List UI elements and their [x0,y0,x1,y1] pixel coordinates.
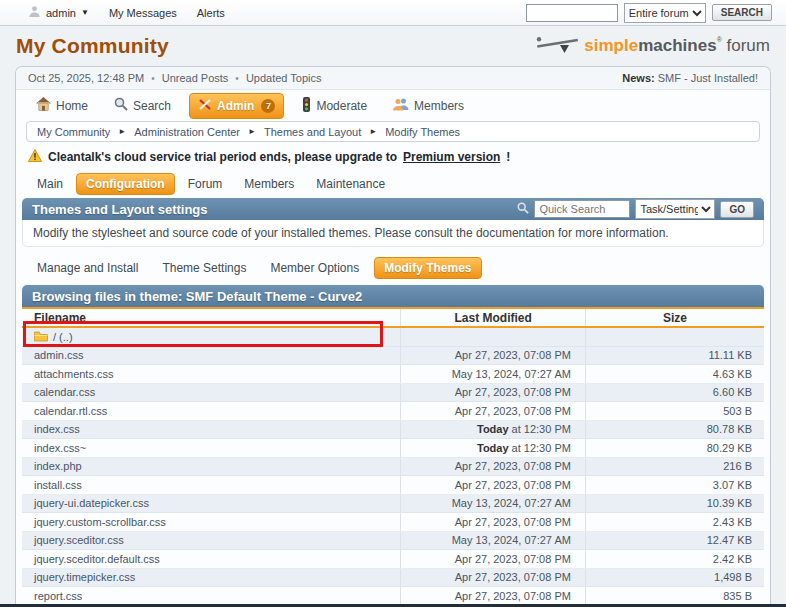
table-row: index.phpApr 27, 2023, 07:08 PM216 B [22,458,764,477]
search-scope-select[interactable]: Entire forum [624,3,706,23]
bullet-separator: • [235,73,239,84]
file-link[interactable]: index.css~ [22,439,400,457]
tab-modify-themes[interactable]: Modify Themes [374,257,481,279]
file-link[interactable]: jquery.sceditor.default.css [22,550,400,568]
logo-forum: forum [727,36,770,55]
user-icon [28,5,41,20]
file-link[interactable]: index.css [22,421,400,439]
last-modified-value: Apr 27, 2023, 07:08 PM [400,587,586,605]
breadcrumb-separator: ► [248,127,256,136]
file-link[interactable]: admin.css [22,347,400,365]
file-link[interactable]: index.php [22,458,400,476]
bullet-separator: • [151,73,155,84]
file-name: jquery.custom-scrollbar.css [34,516,166,528]
file-link[interactable]: attachments.css [22,365,400,383]
quick-search-input[interactable] [534,200,630,218]
warning-text: Cleantalk's cloud service trial period e… [48,150,397,164]
user-menu[interactable]: admin ▼ [28,5,89,20]
file-size-value [586,328,764,346]
breadcrumb-admin-center[interactable]: Administration Center [134,126,240,138]
breadcrumb-my-community[interactable]: My Community [37,126,110,138]
content-wrapper: Oct 25, 2025, 12:48 PM • Unread Posts • … [15,66,771,607]
nav-admin[interactable]: Admin 7 [189,93,284,119]
table-row: jquery.custom-scrollbar.cssApr 27, 2023,… [22,513,764,532]
file-name: attachments.css [34,368,113,380]
user-bar: admin ▼ My Messages Alerts Entire forum … [0,0,786,26]
file-size-value: 1,498 B [586,569,764,587]
alerts-link[interactable]: Alerts [197,7,225,19]
file-link[interactable]: jquery.custom-scrollbar.css [22,513,400,531]
last-modified-value: Apr 27, 2023, 07:08 PM [400,384,586,402]
breadcrumb-separator: ► [369,127,377,136]
file-name: jquery.sceditor.css [34,534,124,546]
file-name: index.css~ [34,442,86,454]
nav-moderate-label: Moderate [316,99,367,113]
nav-admin-label: Admin [217,99,254,113]
nav-moderate[interactable]: Moderate [294,93,375,119]
file-link[interactable]: jquery.timepicker.css [22,569,400,587]
file-link[interactable]: report.css [22,587,400,605]
current-date: Oct 25, 2025, 12:48 PM [28,72,144,84]
tab-main[interactable]: Main [28,174,72,194]
nav-search[interactable]: Search [106,93,179,118]
logo-machines: machines [638,36,716,55]
file-size-value: 2.43 KB [586,513,764,531]
file-name: jquery.timepicker.css [34,571,135,583]
file-name: jquery-ui.datepicker.css [34,497,149,509]
news-label: News: [622,72,654,84]
column-filename: Filename [22,309,400,326]
file-size-value: 503 B [586,402,764,420]
tab-theme-settings[interactable]: Theme Settings [153,258,255,278]
column-size: Size [586,309,764,326]
last-modified-value: May 13, 2024, 07:27 AM [400,532,586,550]
table-row: jquery.sceditor.default.cssApr 27, 2023,… [22,550,764,569]
file-size-value: 3.07 KB [586,476,764,494]
task-setting-select[interactable]: Task/Setting [635,199,715,219]
go-button[interactable]: GO [720,201,754,218]
file-name: admin.css [34,349,84,361]
premium-version-link[interactable]: Premium version [403,150,500,164]
file-link[interactable]: calendar.rtl.css [22,402,400,420]
table-row: install.cssApr 27, 2023, 07:08 PM3.07 KB [22,476,764,495]
file-size-value: 6.60 KB [586,384,764,402]
admin-badge: 7 [261,99,275,113]
my-messages-link[interactable]: My Messages [109,7,177,19]
file-link[interactable]: jquery-ui.datepicker.css [22,495,400,513]
file-name: report.css [34,590,82,602]
column-last-modified: Last Modified [400,309,586,326]
settings-title: Themes and Layout settings [32,202,208,217]
tab-manage-install[interactable]: Manage and Install [28,258,147,278]
file-size-value: 2.42 KB [586,550,764,568]
file-name: / (..) [53,331,73,343]
tab-maintenance[interactable]: Maintenance [307,174,394,194]
table-row: jquery.timepicker.cssApr 27, 2023, 07:08… [22,569,764,588]
updated-topics-link[interactable]: Updated Topics [246,72,322,84]
moderate-icon [302,97,311,115]
search-button[interactable]: SEARCH [712,4,772,21]
table-row: calendar.cssApr 27, 2023, 07:08 PM6.60 K… [22,384,764,403]
file-link[interactable]: install.css [22,476,400,494]
info-strip: Oct 25, 2025, 12:48 PM • Unread Posts • … [16,67,770,90]
tab-forum[interactable]: Forum [179,174,232,194]
nav-home[interactable]: Home [28,93,96,118]
last-modified-value: Apr 27, 2023, 07:08 PM [400,550,586,568]
tab-member-options[interactable]: Member Options [261,258,368,278]
file-link[interactable]: calendar.css [22,384,400,402]
tab-configuration[interactable]: Configuration [76,173,175,195]
file-size-value: 80.78 KB [586,421,764,439]
table-row: jquery.sceditor.cssMay 13, 2024, 07:27 A… [22,532,764,551]
nav-members[interactable]: Members [385,93,472,118]
breadcrumb-modify-themes[interactable]: Modify Themes [385,126,460,138]
username: admin [46,7,76,19]
file-link[interactable]: jquery.sceditor.css [22,532,400,550]
search-icon [114,97,128,114]
forum-search-input[interactable] [526,4,618,22]
masthead: My Community simplemachines® forum [0,26,786,66]
table-header: Filename Last Modified Size [22,307,764,328]
breadcrumb-themes-layout[interactable]: Themes and Layout [264,126,361,138]
file-size-value: 80.29 KB [586,439,764,457]
unread-posts-link[interactable]: Unread Posts [162,72,229,84]
parent-folder-link[interactable]: / (..) [22,328,400,346]
folder-icon [34,331,48,342]
tab-members[interactable]: Members [235,174,303,194]
